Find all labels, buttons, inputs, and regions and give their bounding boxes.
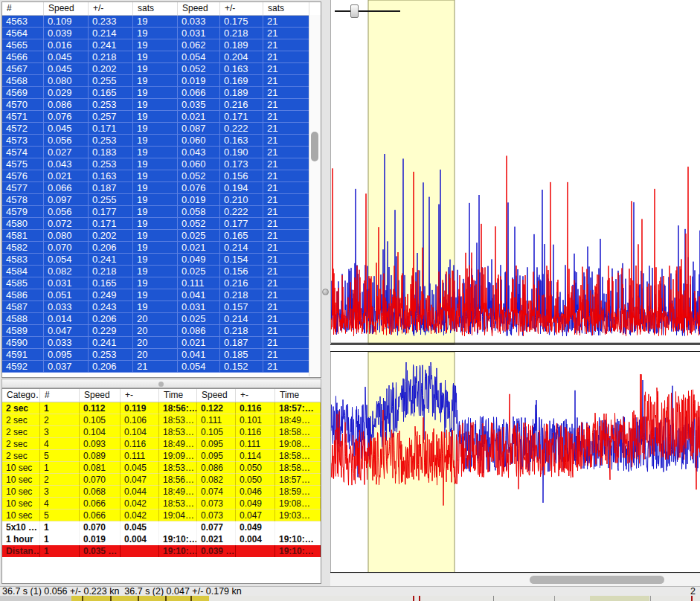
table-cell: 21 — [263, 361, 309, 373]
table-row[interactable]: 45640.0390.214190.0310.21821 — [2, 28, 309, 39]
clipped-row-segment — [413, 596, 414, 601]
column-header-error1[interactable]: +- — [121, 389, 159, 402]
table-cell: 0.021 — [44, 170, 89, 182]
table-row[interactable]: 45820.0700.206190.0210.21421 — [2, 242, 309, 254]
result-row[interactable]: Distan…10.035 …19:10:…0.039 …19:10:… — [2, 545, 321, 557]
table-row[interactable]: 45660.0450.218190.0540.20421 — [2, 51, 309, 63]
table-row[interactable]: 45730.0560.253190.0600.16321 — [2, 135, 309, 147]
table-row[interactable]: 45790.0560.177190.0580.22221 — [2, 206, 309, 218]
table-row[interactable]: 45750.0430.253190.0600.17321 — [2, 158, 309, 170]
column-header-error2[interactable]: +/- — [220, 2, 263, 15]
table-cell: 3 — [40, 486, 80, 498]
table-row[interactable]: 45840.0820.218190.0250.15621 — [2, 266, 309, 277]
result-row[interactable]: 10 sec40.0660.04218:53…0.0730.04919:08… — [2, 498, 321, 510]
table-cell: 0.104 — [80, 426, 121, 438]
result-row[interactable]: 10 sec10.0810.04518:53…0.0860.05018:58… — [2, 462, 321, 474]
table-cell: 0.089 — [80, 450, 121, 462]
table-cell: 0.105 — [80, 414, 121, 426]
table-row[interactable]: 45630.1090.233190.0330.17521 — [2, 16, 309, 28]
table-cell: 0.019 — [80, 533, 121, 545]
table-cell: 4570 — [2, 99, 44, 111]
time-slider[interactable] — [335, 4, 402, 19]
table-row[interactable]: 45910.0950.253200.0410.18521 — [2, 349, 309, 361]
table-cell: 18:49… — [159, 486, 197, 498]
table-cell: 18:53… — [159, 414, 197, 426]
gps-table-scrollbar[interactable] — [309, 15, 321, 376]
table-row[interactable]: 45700.0860.253190.0350.21621 — [2, 99, 309, 111]
table-row[interactable]: 45650.0160.241190.0620.18921 — [2, 39, 309, 51]
scrollbar-thumb[interactable] — [311, 132, 318, 161]
result-row[interactable]: 10 sec30.0680.04418:49…0.0740.04618:59… — [2, 486, 321, 498]
column-header-time1[interactable]: Time — [159, 389, 197, 402]
table-cell: 4592 — [2, 361, 44, 373]
column-header-speed1[interactable]: Speed — [44, 2, 89, 15]
column-header-error2[interactable]: +- — [236, 389, 275, 402]
table-row[interactable]: 45680.0800.255190.0190.16921 — [2, 75, 309, 87]
result-row[interactable]: 2 sec40.0930.11618:49…0.0950.11119:08… — [2, 438, 321, 450]
table-row[interactable]: 45830.0540.241190.0490.15421 — [2, 254, 309, 266]
table-row[interactable]: 45770.0660.187190.0760.19421 — [2, 182, 309, 194]
table-row[interactable]: 45900.0330.241200.0210.18721 — [2, 337, 309, 349]
column-header-error1[interactable]: +/- — [89, 2, 133, 15]
column-header-speed1[interactable]: Speed — [80, 389, 121, 402]
table-cell: 0.216 — [220, 99, 263, 111]
table-cell: 0.253 — [89, 99, 133, 111]
table-cell: 21 — [263, 170, 309, 182]
column-header-sats2[interactable]: sats — [263, 2, 309, 15]
table-cell: 0.112 — [80, 402, 121, 414]
result-row[interactable]: 2 sec30.1040.10418:53…0.1050.11618:58… — [2, 426, 321, 438]
table-row[interactable]: 45740.0270.183190.0430.19021 — [2, 147, 309, 158]
result-row[interactable]: 1 hour10.0190.00419:10:…0.0210.00419:10:… — [2, 533, 321, 545]
result-row[interactable]: 10 sec20.0700.04718:56…0.0820.05018:57… — [2, 474, 321, 486]
column-header-category[interactable]: Catego… — [2, 389, 40, 402]
table-cell: 21 — [263, 218, 309, 230]
result-row[interactable]: 2 sec20.1050.10618:53…0.1110.10118:49… — [2, 414, 321, 426]
table-cell: 0.169 — [220, 75, 263, 87]
table-row[interactable]: 45880.0140.206200.0250.21421 — [2, 313, 309, 325]
results-table-body: 2 sec10.1120.11918:56:…0.1220.11618:57:…… — [2, 402, 321, 557]
column-header-index[interactable]: # — [2, 2, 44, 15]
table-row[interactable]: 45800.0720.171190.0520.17721 — [2, 218, 309, 230]
gps-table-body: 45630.1090.233190.0330.1752145640.0390.2… — [2, 16, 309, 373]
column-header-speed2[interactable]: Speed — [178, 2, 220, 15]
result-row[interactable]: 2 sec50.0890.11119:09…0.0950.11418:58… — [2, 450, 321, 462]
column-header-speed2[interactable]: Speed — [197, 389, 236, 402]
table-cell: 21 — [263, 325, 309, 337]
table-cell: 2 sec — [2, 450, 40, 462]
table-row[interactable]: 45710.0760.257190.0210.17121 — [2, 111, 309, 123]
table-row[interactable]: 45870.0330.243190.0310.15721 — [2, 301, 309, 313]
speed-chart-top[interactable] — [330, 0, 700, 344]
table-row[interactable]: 45920.0370.206210.0540.15221 — [2, 361, 309, 373]
table-row[interactable]: 45690.0290.165190.0660.18921 — [2, 87, 309, 99]
table-cell: 0.045 — [121, 462, 159, 474]
table-row[interactable]: 45810.0800.202190.0250.16521 — [2, 230, 309, 242]
slider-handle[interactable] — [350, 4, 359, 18]
column-header-rank[interactable]: # — [40, 389, 80, 402]
table-cell: 21 — [263, 337, 309, 349]
panel-collapse-handle[interactable] — [322, 289, 329, 295]
result-row[interactable]: 5x10 …10.0700.0450.0770.049 — [2, 521, 321, 533]
table-cell: 0.081 — [80, 462, 121, 474]
chart-horizontal-scrollbar[interactable] — [330, 573, 700, 586]
table-cell: 21 — [263, 135, 309, 147]
table-row[interactable]: 45860.0510.249190.0410.21821 — [2, 289, 309, 301]
table-cell: 19 — [133, 206, 178, 218]
scrollbar-thumb[interactable] — [530, 576, 664, 584]
column-header-sats1[interactable]: sats — [133, 2, 178, 15]
table-row[interactable]: 45760.0210.163190.0520.15621 — [2, 170, 309, 182]
table-cell: 0.082 — [197, 474, 236, 486]
table-cell: 0.122 — [197, 402, 236, 414]
horizontal-splitter[interactable] — [1, 379, 321, 388]
speed-chart-bottom[interactable] — [330, 352, 700, 573]
slider-track[interactable] — [335, 10, 400, 12]
table-row[interactable]: 45850.0310.165190.1110.21621 — [2, 277, 309, 289]
table-row[interactable]: 45780.0970.255190.0190.21021 — [2, 194, 309, 206]
table-cell: 0.175 — [220, 16, 263, 28]
column-header-time2[interactable]: Time — [275, 389, 321, 402]
table-cell: 0.035 — [178, 99, 220, 111]
result-row[interactable]: 2 sec10.1120.11918:56:…0.1220.11618:57:… — [2, 402, 321, 414]
result-row[interactable]: 10 sec50.0660.04219:04…0.0730.04719:03… — [2, 510, 321, 521]
table-row[interactable]: 45670.0450.202190.0520.16321 — [2, 63, 309, 75]
table-row[interactable]: 45890.0470.229200.0860.21821 — [2, 325, 309, 337]
table-row[interactable]: 45720.0450.171190.0870.22221 — [2, 123, 309, 135]
